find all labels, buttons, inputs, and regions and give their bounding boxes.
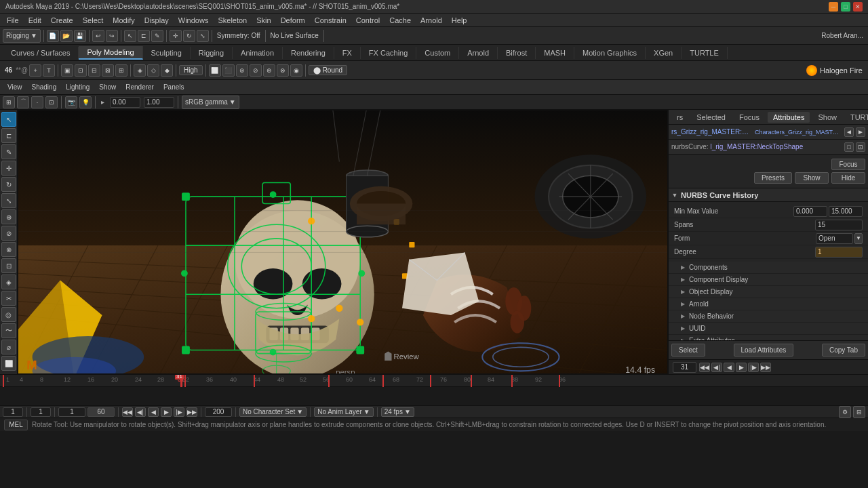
tab-fx[interactable]: FX	[334, 47, 361, 59]
step-fwd-button[interactable]: |▶	[174, 407, 184, 417]
camera-icon[interactable]: 📷	[65, 96, 77, 108]
show-manip-tool[interactable]: ⊗	[1, 242, 16, 257]
range-end-60-input[interactable]	[87, 407, 115, 417]
snap-curve-icon[interactable]: ⌒	[17, 96, 29, 108]
rotate-icon[interactable]: ↻	[183, 30, 195, 42]
soft-mod-tool[interactable]: ⊘	[1, 226, 16, 241]
menu-windows[interactable]: Windows	[174, 16, 213, 25]
menu-display[interactable]: Display	[140, 16, 173, 25]
tab-motion-graphics[interactable]: Motion Graphics	[574, 47, 646, 59]
viewport-icon-3[interactable]: ⊚	[236, 64, 248, 77]
min-value-input[interactable]	[793, 206, 827, 217]
play-back-button[interactable]: ◀	[148, 407, 159, 417]
round-mode-button[interactable]: ⬤ Round	[309, 65, 347, 75]
hide-button[interactable]: Hide	[831, 172, 865, 184]
object-display-header[interactable]: ▶ Object Display	[669, 286, 868, 298]
fps-dropdown[interactable]: 24 fps ▼	[381, 407, 414, 417]
crease-tool[interactable]: 〜	[1, 323, 16, 338]
tab-fx-caching[interactable]: FX Caching	[361, 47, 416, 59]
tab-mash[interactable]: MASH	[536, 47, 574, 59]
maximize-button[interactable]: □	[841, 2, 850, 12]
tab-focus[interactable]: Focus	[734, 112, 765, 123]
renderer-menu[interactable]: Renderer	[122, 83, 157, 92]
menu-skin[interactable]: Skin	[252, 16, 275, 25]
tab-attributes[interactable]: Attributes	[768, 112, 810, 123]
select-tool[interactable]: ↖	[1, 112, 16, 127]
snap-point-icon[interactable]: ·	[31, 96, 43, 108]
tab-poly-modeling[interactable]: Poly Modeling	[79, 46, 142, 60]
poly-tool-6[interactable]: ◈	[134, 64, 146, 77]
target-weld-tool[interactable]: ◎	[1, 307, 16, 322]
nav-next[interactable]: ►	[856, 127, 865, 137]
minimize-button[interactable]: ─	[829, 2, 838, 12]
tab-turtle[interactable]: TURTLE	[845, 112, 868, 123]
playback-frame-input[interactable]	[31, 407, 51, 417]
poly-tool-2[interactable]: ⊡	[75, 64, 87, 77]
bevel-tool[interactable]: ◈	[1, 274, 16, 289]
paint-select-tool[interactable]: ✎	[1, 144, 16, 159]
step-fwd-btn[interactable]: |▶	[748, 363, 759, 372]
poly-tool-8[interactable]: ◆	[161, 64, 173, 77]
menu-cache[interactable]: Cache	[385, 16, 415, 25]
lighting-menu[interactable]: Lighting	[62, 83, 93, 92]
menu-arnold[interactable]: Arnold	[416, 16, 446, 25]
copy-tab-button[interactable]: Copy Tab	[822, 344, 865, 357]
view-menu[interactable]: View	[4, 83, 26, 92]
snap-value1-input[interactable]: 0.00	[110, 97, 140, 108]
menu-help[interactable]: Help	[448, 16, 471, 25]
poly-tool-7[interactable]: ◇	[147, 64, 159, 77]
viewport-icon-7[interactable]: ◉	[290, 64, 302, 77]
tab-custom[interactable]: Custom	[416, 47, 459, 59]
arnold-header[interactable]: ▶ Arnold	[669, 298, 868, 310]
rigging-dropdown[interactable]: Rigging ▼	[3, 29, 41, 43]
step-back-btn[interactable]: ◀|	[711, 363, 722, 372]
menu-modify[interactable]: Modify	[108, 16, 138, 25]
scale-icon[interactable]: ⤡	[197, 30, 209, 42]
tab-animation[interactable]: Animation	[233, 47, 283, 59]
menu-file[interactable]: File	[3, 16, 23, 25]
snap-grid-icon[interactable]: ⊞	[3, 96, 15, 108]
uuid-header[interactable]: ▶ UUID	[669, 323, 868, 335]
menu-skeleton[interactable]: Skeleton	[214, 16, 251, 25]
menu-select[interactable]: Select	[79, 16, 108, 25]
menu-constrain[interactable]: Constrain	[311, 16, 351, 25]
tab-rendering[interactable]: Rendering	[283, 47, 334, 59]
tab-arnold[interactable]: Arnold	[459, 47, 498, 59]
load-attributes-button[interactable]: Load Attributes	[734, 344, 794, 357]
universal-manip-tool[interactable]: ⊕	[1, 209, 16, 224]
form-dropdown[interactable]: ▼	[854, 233, 863, 244]
tool-icon-1[interactable]: +	[29, 64, 41, 77]
snap-value2-input[interactable]: 1.00	[144, 97, 174, 108]
poly-tool-3[interactable]: ⊟	[88, 64, 100, 77]
redo-icon[interactable]: ↪	[106, 30, 118, 42]
form-input[interactable]	[816, 233, 853, 244]
presets-button[interactable]: Presets	[754, 172, 792, 184]
spans-input[interactable]	[815, 220, 863, 230]
tab-sculpting[interactable]: Sculpting	[143, 47, 191, 59]
tab-rigging[interactable]: Rigging	[191, 47, 233, 59]
tab-selected[interactable]: Selected	[691, 112, 731, 123]
shading-menu[interactable]: Shading	[28, 83, 60, 92]
poly-tool-5[interactable]: ⊞	[115, 64, 127, 77]
extrude-tool[interactable]: ⊡	[1, 258, 16, 273]
viewport-icon-6[interactable]: ⊗	[277, 64, 289, 77]
paint-tool-icon[interactable]: ✎	[151, 30, 163, 42]
timeline-ruler[interactable]: 1 4 8 12 16 20 24 28 31 32 36 40 44 48 5…	[3, 375, 865, 387]
curve-options-icon[interactable]: ⊡	[856, 142, 865, 152]
current-frame-start-input[interactable]	[3, 407, 23, 417]
anim-layer-dropdown[interactable]: No Anim Layer ▼	[314, 407, 374, 417]
select-button[interactable]: Select	[671, 344, 705, 357]
gamma-dropdown[interactable]: sRGB gamma ▼	[182, 96, 239, 109]
nav-prev[interactable]: ◄	[844, 127, 854, 137]
undo-icon[interactable]: ↩	[92, 30, 104, 42]
focus-button[interactable]: Focus	[831, 159, 865, 170]
tool-icon-t[interactable]: T	[43, 64, 55, 77]
components-header[interactable]: ▶ Components	[669, 262, 868, 274]
show-menu[interactable]: Show	[96, 83, 119, 92]
sculpt-tool[interactable]: ⌀	[1, 340, 16, 354]
viewport-icon-4[interactable]: ⊘	[250, 64, 262, 77]
range-start-input[interactable]	[58, 407, 85, 417]
move-tool[interactable]: ✛	[1, 161, 16, 176]
tab-turtle[interactable]: TURTLE	[682, 47, 728, 59]
skip-end-button[interactable]: ▶▶	[186, 407, 197, 417]
